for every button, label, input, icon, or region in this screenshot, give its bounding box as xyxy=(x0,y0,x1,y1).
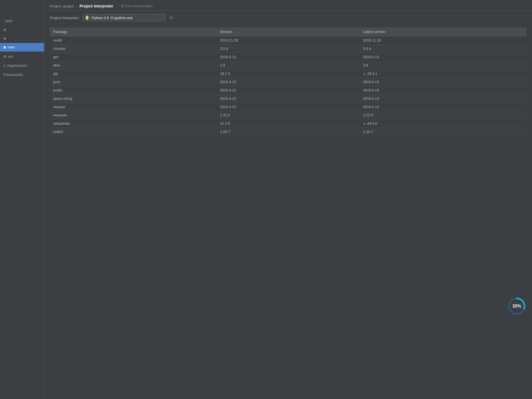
package-version: 2.8 xyxy=(217,61,360,70)
for-current-project: 🖥 For current project xyxy=(121,4,152,8)
package-latest-version: 2019.4.13 xyxy=(360,94,526,103)
breadcrumb-separator: › xyxy=(76,4,77,8)
package-latest-version: 2019.11.28 xyxy=(360,36,526,45)
package-name: chardet xyxy=(50,45,217,53)
sidebar-item-ure[interactable]: ▣ ure xyxy=(0,52,44,61)
sidebar: avior ▣ ▣ ▣ reter ▣ ure n, Deployment Fr… xyxy=(0,0,44,399)
table-row[interactable]: request2019.4.132019.4.13 xyxy=(50,103,526,111)
item2-icon: ▣ xyxy=(3,37,6,40)
table-row[interactable]: post2019.4.132019.4.13 xyxy=(50,78,526,86)
package-version: 2019.4.13 xyxy=(217,103,360,111)
table-row[interactable]: public2019.4.132019.4.13 xyxy=(50,86,526,94)
package-latest-version: 2.22.0 xyxy=(360,111,526,119)
package-latest-version: 1.25.7 xyxy=(360,128,526,136)
breadcrumb-project: Project: project xyxy=(50,4,74,8)
for-current-project-label: For current project xyxy=(125,4,152,8)
interpreter-selector[interactable]: Python 3.8 D:\python.exe xyxy=(83,14,166,21)
table-row[interactable]: pip19.2.3▲ 19.3.1 xyxy=(50,70,526,78)
package-name: setuptools xyxy=(50,119,217,128)
sidebar-interpreter-label: reter xyxy=(8,45,15,49)
col-latest[interactable]: Latest version xyxy=(360,27,526,36)
upgrade-arrow-icon: ▲ xyxy=(363,122,367,126)
package-version: 2.22.0 xyxy=(217,111,360,119)
interpreter-settings-button[interactable]: ⚙ xyxy=(168,15,174,21)
table-row[interactable]: idna2.82.8 xyxy=(50,61,526,70)
packages-section: Package Version Latest version certifi20… xyxy=(44,25,532,399)
package-latest-version: ▲ 44.0.0 xyxy=(360,119,526,128)
sidebar-item-deployment[interactable]: n, Deployment xyxy=(0,61,44,70)
package-version: 19.2.3 xyxy=(217,70,360,78)
ure-icon: ▣ xyxy=(3,55,6,58)
package-name: public xyxy=(50,86,217,94)
frameworks-label: Frameworks xyxy=(3,73,23,77)
package-name: urllib3 xyxy=(50,128,217,136)
python-path: D:\python.exe xyxy=(111,16,133,20)
package-latest-version: 2019.4.13 xyxy=(360,86,526,94)
package-version: 2019.4.13 xyxy=(217,86,360,94)
sidebar-item-2[interactable]: ▣ xyxy=(0,34,44,42)
table-row[interactable]: setuptools41.2.0▲ 44.0.0 xyxy=(50,119,526,128)
package-latest-version: 3.0.4 xyxy=(360,45,526,53)
package-version: 2019.4.13 xyxy=(217,94,360,103)
package-latest-version: 2019.4.13 xyxy=(360,53,526,61)
header: Project: project › Project Interpreter 🖥… xyxy=(44,0,532,11)
package-name: requests xyxy=(50,111,217,119)
breadcrumb-current: Project Interpreter xyxy=(80,4,113,8)
progress-label: 30% xyxy=(512,304,521,309)
table-row[interactable]: certifi2019.11.282019.11.28 xyxy=(50,36,526,45)
package-version: 3.0.4 xyxy=(217,45,360,53)
table-row[interactable]: urllib31.25.71.25.7 xyxy=(50,128,526,136)
package-version: 2019.11.28 xyxy=(217,36,360,45)
table-row[interactable]: chardet3.0.43.0.4 xyxy=(50,45,526,53)
progress-circle: 30% xyxy=(507,296,526,316)
col-version[interactable]: Version xyxy=(217,27,360,36)
sidebar-ure-label: ure xyxy=(8,54,13,58)
sidebar-item-behavior[interactable]: avior xyxy=(0,17,44,25)
interpreter-label: Project Interpreter: xyxy=(50,16,80,20)
interpreter-icon: ▣ xyxy=(3,45,6,49)
col-package[interactable]: Package xyxy=(50,27,217,36)
package-name: get xyxy=(50,53,217,61)
package-version: 2019.4.13 xyxy=(217,53,360,61)
package-name: idna xyxy=(50,61,217,70)
package-version: 1.25.7 xyxy=(217,128,360,136)
monitor-icon: 🖥 xyxy=(121,4,124,8)
table-row[interactable]: query-string2019.4.132019.4.13 xyxy=(50,94,526,103)
item1-icon: ▣ xyxy=(3,28,6,32)
package-latest-version: 2019.4.13 xyxy=(360,103,526,111)
interpreter-row: Project Interpreter: Python 3.8 D:\pytho… xyxy=(44,11,532,25)
sidebar-item-label: avior xyxy=(5,19,13,23)
sidebar-item-frameworks[interactable]: Frameworks xyxy=(0,70,44,79)
package-version: 41.2.0 xyxy=(217,119,360,128)
deployment-label: n, Deployment xyxy=(3,63,27,68)
package-name: post xyxy=(50,78,217,86)
package-latest-version: 2.8 xyxy=(360,61,526,70)
package-latest-version: 2019.4.13 xyxy=(360,78,526,86)
package-version: 2019.4.13 xyxy=(217,78,360,86)
table-row[interactable]: get2019.4.132019.4.13 xyxy=(50,53,526,61)
table-row[interactable]: requests2.22.02.22.0 xyxy=(50,111,526,119)
package-latest-version: ▲ 19.3.1 xyxy=(360,70,526,78)
package-name: pip xyxy=(50,70,217,78)
python-version: Python 3.8 xyxy=(92,16,109,20)
python-icon xyxy=(86,16,90,20)
main-content: Project: project › Project Interpreter 🖥… xyxy=(44,0,532,399)
table-header-row: Package Version Latest version xyxy=(50,27,526,36)
packages-table: Package Version Latest version certifi20… xyxy=(50,27,526,136)
upgrade-arrow-icon: ▲ xyxy=(363,72,367,76)
package-name: certifi xyxy=(50,36,217,45)
sidebar-item-1[interactable]: ▣ xyxy=(0,26,44,34)
package-name: request xyxy=(50,103,217,111)
sidebar-item-interpreter[interactable]: ▣ reter xyxy=(0,43,44,52)
package-name: query-string xyxy=(50,94,217,103)
